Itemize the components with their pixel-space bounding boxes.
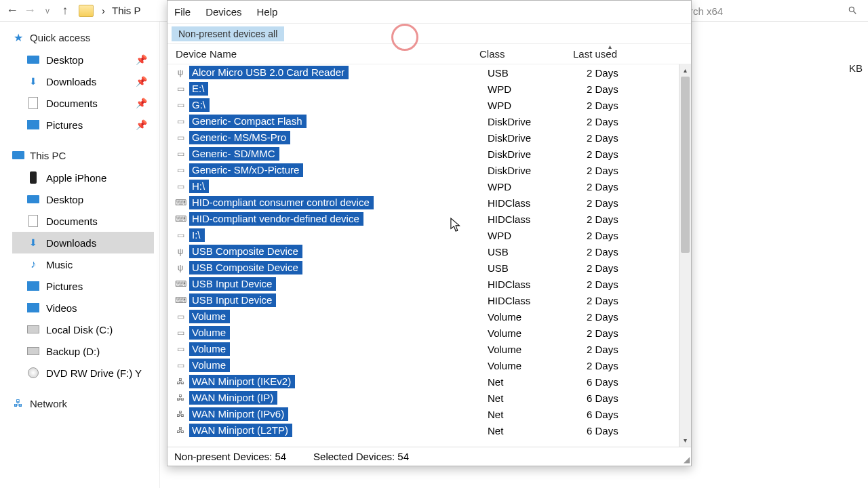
- sidebar-item[interactable]: Pictures📌: [12, 114, 154, 136]
- sidebar-item[interactable]: Local Disk (C:): [12, 319, 154, 340]
- table-row[interactable]: 🖧WAN Miniport (IPv6)Net6 Days: [167, 406, 691, 422]
- music-icon: ♪: [27, 258, 39, 270]
- sidebar-item[interactable]: Videos: [12, 297, 154, 319]
- table-row[interactable]: ▭G:\WPD2 Days: [167, 97, 691, 113]
- device-cleanup-window: File Devices Help Non-present devices al…: [167, 0, 692, 466]
- device-class: Volume: [488, 311, 521, 323]
- table-row[interactable]: ψAlcor Micro USB 2.0 Card ReaderUSB2 Day…: [167, 64, 691, 81]
- table-row[interactable]: ▭VolumeVolume2 Days: [167, 341, 691, 357]
- sidebar-item[interactable]: Pictures: [12, 275, 154, 297]
- device-last-used: 2 Days: [587, 197, 618, 209]
- pic-icon: [27, 280, 39, 292]
- table-row[interactable]: ▭E:\WPD2 Days: [167, 81, 691, 97]
- sidebar-quick-access[interactable]: Quick access: [12, 31, 154, 43]
- sidebar-head-label: Network: [30, 398, 67, 409]
- device-list[interactable]: ψAlcor Micro USB 2.0 Card ReaderUSB2 Day…: [167, 64, 691, 447]
- column-device-name[interactable]: Device Name: [176, 48, 479, 60]
- resize-grip-icon[interactable]: ◢: [684, 455, 690, 464]
- device-name: HID-compliant vendor-defined device: [189, 212, 363, 226]
- device-name: Generic- SM/xD-Picture: [189, 163, 303, 177]
- table-row[interactable]: ⌨HID-compliant vendor-defined deviceHIDC…: [167, 211, 691, 227]
- nav-back-icon[interactable]: ←: [4, 3, 20, 19]
- search-icon[interactable]: [848, 5, 857, 17]
- sidebar-item[interactable]: Documents: [12, 210, 154, 232]
- device-last-used: 6 Days: [587, 425, 618, 436]
- filesize-suffix: KB: [849, 62, 863, 74]
- device-class: Net: [488, 409, 503, 420]
- table-row[interactable]: ▭Generic- MS/MS-ProDiskDrive2 Days: [167, 129, 691, 146]
- pic-icon: [27, 119, 39, 131]
- status-bar: Non-present Devices: 54 Selected Devices…: [167, 447, 691, 466]
- scroll-down-icon[interactable]: ▾: [679, 434, 691, 447]
- desktop-icon: [27, 193, 39, 205]
- menu-file[interactable]: File: [174, 6, 191, 18]
- table-row[interactable]: ▭I:\WPD2 Days: [167, 227, 691, 243]
- breadcrumb-separator: ›: [99, 5, 108, 16]
- sidebar-item[interactable]: ♪Music: [12, 253, 154, 275]
- column-class[interactable]: Class: [479, 48, 573, 60]
- nav-up-icon[interactable]: ↑: [57, 3, 73, 19]
- table-row[interactable]: ▭Generic- SD/MMCDiskDrive2 Days: [167, 146, 691, 162]
- table-row[interactable]: ▭Generic- Compact FlashDiskDrive2 Days: [167, 113, 691, 129]
- device-type-icon: ▭: [174, 180, 186, 192]
- sidebar-this-pc[interactable]: This PC: [12, 149, 154, 161]
- table-row[interactable]: ▭VolumeVolume2 Days: [167, 325, 691, 341]
- table-row[interactable]: ▭VolumeVolume2 Days: [167, 308, 691, 325]
- sidebar-head-label: This PC: [30, 150, 66, 161]
- table-row[interactable]: ▭H:\WPD2 Days: [167, 178, 691, 195]
- menu-devices[interactable]: Devices: [205, 6, 241, 18]
- device-name: Volume: [189, 359, 230, 372]
- sidebar-item-label: Pictures: [46, 119, 83, 131]
- status-selected-count: Selected Devices: 54: [313, 451, 409, 462]
- dvd-icon: [27, 367, 39, 379]
- nonpresent-devices-button[interactable]: Non-present devices all: [172, 26, 284, 41]
- device-last-used: 2 Days: [587, 344, 618, 355]
- sidebar-item[interactable]: ⬇Downloads: [12, 232, 154, 253]
- device-last-used: 6 Days: [587, 392, 618, 404]
- sidebar-item[interactable]: ⬇Downloads📌: [12, 70, 154, 92]
- table-row[interactable]: 🖧WAN Miniport (IKEv2)Net6 Days: [167, 373, 691, 390]
- table-row[interactable]: 🖧WAN Miniport (L2TP)Net6 Days: [167, 422, 691, 439]
- device-name: WAN Miniport (L2TP): [189, 424, 292, 437]
- device-last-used: 2 Days: [587, 295, 618, 306]
- search-input[interactable]: rch x64: [685, 3, 861, 19]
- device-type-icon: ▭: [174, 115, 186, 127]
- nav-recent-icon[interactable]: v: [39, 3, 56, 19]
- device-class: Net: [488, 392, 503, 404]
- scroll-thumb[interactable]: [681, 77, 690, 253]
- sidebar-item[interactable]: Desktop: [12, 188, 154, 210]
- sort-indicator-icon: ▴: [608, 44, 612, 50]
- breadcrumb[interactable]: This P: [109, 5, 144, 16]
- table-row[interactable]: ⌨USB Input DeviceHIDClass2 Days: [167, 276, 691, 292]
- sidebar-item-label: Backup (D:): [46, 346, 100, 357]
- sidebar-item[interactable]: DVD RW Drive (F:) Y: [12, 362, 154, 384]
- table-row[interactable]: ψUSB Composite DeviceUSB2 Days: [167, 260, 691, 276]
- table-row[interactable]: 🖧WAN Miniport (IP)Net6 Days: [167, 390, 691, 406]
- doc-icon: [27, 97, 39, 109]
- vertical-scrollbar[interactable]: ▴ ▾: [679, 64, 691, 447]
- device-last-used: 2 Days: [587, 327, 618, 339]
- device-name: USB Composite Device: [189, 261, 302, 274]
- device-type-icon: ▭: [174, 359, 186, 371]
- sidebar-item[interactable]: Backup (D:): [12, 340, 154, 362]
- pc-icon: [12, 149, 24, 161]
- table-row[interactable]: ▭VolumeVolume2 Days: [167, 357, 691, 373]
- search-placeholder: rch x64: [690, 5, 723, 17]
- column-last-used[interactable]: Last used: [573, 48, 691, 60]
- table-row[interactable]: ⌨HID-compliant consumer control deviceHI…: [167, 195, 691, 211]
- down-icon: ⬇: [27, 237, 39, 249]
- sidebar-item[interactable]: Documents📌: [12, 92, 154, 114]
- table-row[interactable]: ▭Generic- SM/xD-PictureDiskDrive2 Days: [167, 162, 691, 178]
- table-row[interactable]: ψUSB Composite DeviceUSB2 Days: [167, 243, 691, 260]
- menu-help[interactable]: Help: [257, 6, 278, 18]
- scroll-up-icon[interactable]: ▴: [679, 64, 691, 77]
- sidebar-item[interactable]: Desktop📌: [12, 49, 154, 70]
- sidebar-network[interactable]: Network: [12, 397, 154, 409]
- desktop-icon: [27, 54, 39, 66]
- sidebar-item[interactable]: Apple iPhone: [12, 167, 154, 188]
- nav-forward-icon[interactable]: →: [22, 3, 38, 19]
- pin-icon: 📌: [136, 98, 147, 108]
- network-icon: [12, 397, 24, 409]
- table-row[interactable]: ⌨USB Input DeviceHIDClass2 Days: [167, 292, 691, 308]
- sidebar-item-label: Downloads: [46, 237, 96, 249]
